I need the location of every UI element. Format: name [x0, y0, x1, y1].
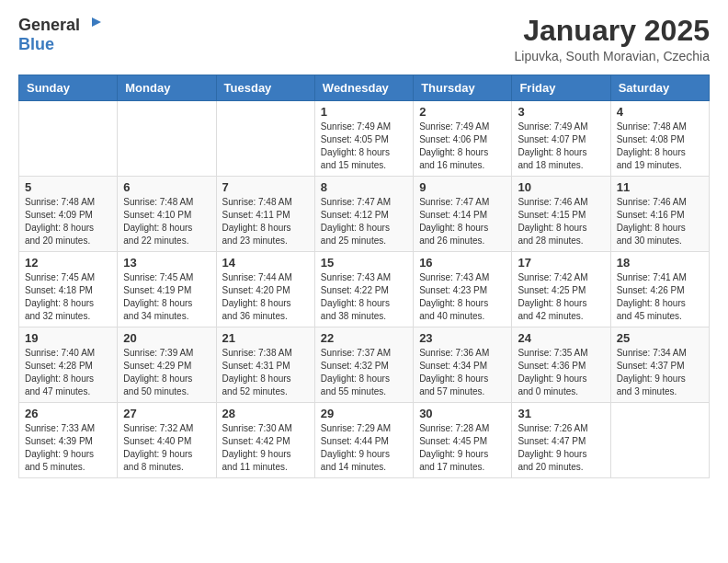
- table-row: 16Sunrise: 7:43 AM Sunset: 4:23 PM Dayli…: [414, 252, 512, 327]
- day-info: Sunrise: 7:48 AM Sunset: 4:08 PM Dayligh…: [617, 121, 703, 172]
- calendar-header-row: Sunday Monday Tuesday Wednesday Thursday…: [19, 75, 710, 101]
- logo-blue-text: Blue: [18, 35, 54, 53]
- table-row: 4Sunrise: 7:48 AM Sunset: 4:08 PM Daylig…: [610, 101, 709, 177]
- day-info: Sunrise: 7:45 AM Sunset: 4:19 PM Dayligh…: [123, 271, 210, 323]
- page-container: General Blue January 2025 Lipuvka, South…: [0, 0, 728, 488]
- day-number: 20: [123, 331, 210, 345]
- day-info: Sunrise: 7:41 AM Sunset: 4:26 PM Dayligh…: [617, 271, 703, 323]
- table-row: 21Sunrise: 7:38 AM Sunset: 4:31 PM Dayli…: [216, 327, 314, 403]
- page-header: General Blue January 2025 Lipuvka, South…: [18, 15, 710, 63]
- table-row: 11Sunrise: 7:46 AM Sunset: 4:16 PM Dayli…: [610, 177, 709, 252]
- calendar-table: Sunday Monday Tuesday Wednesday Thursday…: [18, 75, 710, 478]
- day-info: Sunrise: 7:35 AM Sunset: 4:36 PM Dayligh…: [518, 347, 604, 398]
- table-row: 1Sunrise: 7:49 AM Sunset: 4:05 PM Daylig…: [314, 101, 413, 177]
- calendar-week-row: 12Sunrise: 7:45 AM Sunset: 4:18 PM Dayli…: [19, 252, 710, 327]
- day-info: Sunrise: 7:47 AM Sunset: 4:12 PM Dayligh…: [321, 196, 407, 247]
- day-number: 14: [222, 256, 309, 270]
- col-wednesday: Wednesday: [314, 75, 413, 101]
- day-number: 24: [518, 331, 604, 345]
- calendar-week-row: 19Sunrise: 7:40 AM Sunset: 4:28 PM Dayli…: [19, 327, 710, 403]
- logo-icon: [81, 15, 101, 35]
- day-info: Sunrise: 7:26 AM Sunset: 4:47 PM Dayligh…: [518, 422, 604, 474]
- day-info: Sunrise: 7:48 AM Sunset: 4:09 PM Dayligh…: [25, 196, 111, 247]
- day-number: 7: [222, 180, 309, 194]
- day-number: 12: [25, 256, 111, 270]
- table-row: 20Sunrise: 7:39 AM Sunset: 4:29 PM Dayli…: [118, 327, 216, 403]
- table-row: [118, 101, 216, 177]
- col-thursday: Thursday: [414, 75, 512, 101]
- day-number: 9: [419, 180, 506, 194]
- day-info: Sunrise: 7:48 AM Sunset: 4:10 PM Dayligh…: [123, 196, 210, 247]
- day-number: 31: [518, 407, 604, 420]
- table-row: [216, 101, 314, 177]
- day-info: Sunrise: 7:43 AM Sunset: 4:22 PM Dayligh…: [321, 271, 407, 323]
- day-number: 29: [321, 407, 407, 420]
- table-row: 26Sunrise: 7:33 AM Sunset: 4:39 PM Dayli…: [19, 403, 118, 478]
- svg-marker-0: [92, 17, 101, 27]
- day-number: 18: [617, 256, 703, 270]
- day-number: 10: [518, 180, 604, 194]
- day-info: Sunrise: 7:49 AM Sunset: 4:06 PM Dayligh…: [419, 121, 506, 172]
- day-info: Sunrise: 7:38 AM Sunset: 4:31 PM Dayligh…: [222, 347, 309, 398]
- day-number: 8: [321, 180, 407, 194]
- day-number: 6: [123, 180, 210, 194]
- day-number: 15: [321, 256, 407, 270]
- day-number: 27: [123, 407, 210, 420]
- day-info: Sunrise: 7:37 AM Sunset: 4:32 PM Dayligh…: [321, 347, 407, 398]
- day-info: Sunrise: 7:48 AM Sunset: 4:11 PM Dayligh…: [222, 196, 309, 247]
- table-row: 18Sunrise: 7:41 AM Sunset: 4:26 PM Dayli…: [610, 252, 709, 327]
- table-row: 31Sunrise: 7:26 AM Sunset: 4:47 PM Dayli…: [512, 403, 610, 478]
- table-row: 24Sunrise: 7:35 AM Sunset: 4:36 PM Dayli…: [512, 327, 610, 403]
- logo: General Blue: [18, 15, 102, 54]
- month-title: January 2025: [515, 15, 710, 47]
- table-row: 6Sunrise: 7:48 AM Sunset: 4:10 PM Daylig…: [118, 177, 216, 252]
- table-row: 23Sunrise: 7:36 AM Sunset: 4:34 PM Dayli…: [414, 327, 512, 403]
- calendar-week-row: 5Sunrise: 7:48 AM Sunset: 4:09 PM Daylig…: [19, 177, 710, 252]
- day-info: Sunrise: 7:46 AM Sunset: 4:16 PM Dayligh…: [617, 196, 703, 247]
- day-number: 3: [518, 105, 604, 119]
- table-row: 30Sunrise: 7:28 AM Sunset: 4:45 PM Dayli…: [414, 403, 512, 478]
- day-number: 1: [321, 105, 407, 119]
- col-monday: Monday: [118, 75, 216, 101]
- table-row: 8Sunrise: 7:47 AM Sunset: 4:12 PM Daylig…: [314, 177, 413, 252]
- table-row: 14Sunrise: 7:44 AM Sunset: 4:20 PM Dayli…: [216, 252, 314, 327]
- day-info: Sunrise: 7:42 AM Sunset: 4:25 PM Dayligh…: [518, 271, 604, 323]
- table-row: 19Sunrise: 7:40 AM Sunset: 4:28 PM Dayli…: [19, 327, 118, 403]
- day-info: Sunrise: 7:46 AM Sunset: 4:15 PM Dayligh…: [518, 196, 604, 247]
- table-row: 13Sunrise: 7:45 AM Sunset: 4:19 PM Dayli…: [118, 252, 216, 327]
- day-info: Sunrise: 7:30 AM Sunset: 4:42 PM Dayligh…: [222, 422, 309, 474]
- day-info: Sunrise: 7:45 AM Sunset: 4:18 PM Dayligh…: [25, 271, 111, 323]
- table-row: [610, 403, 709, 478]
- day-number: 4: [617, 105, 703, 119]
- day-number: 30: [419, 407, 506, 420]
- calendar-week-row: 1Sunrise: 7:49 AM Sunset: 4:05 PM Daylig…: [19, 101, 710, 177]
- table-row: 2Sunrise: 7:49 AM Sunset: 4:06 PM Daylig…: [414, 101, 512, 177]
- day-number: 19: [25, 331, 111, 345]
- day-number: 21: [222, 331, 309, 345]
- day-info: Sunrise: 7:49 AM Sunset: 4:05 PM Dayligh…: [321, 121, 407, 172]
- col-friday: Friday: [512, 75, 610, 101]
- day-info: Sunrise: 7:43 AM Sunset: 4:23 PM Dayligh…: [419, 271, 506, 323]
- day-number: 13: [123, 256, 210, 270]
- day-number: 11: [617, 180, 703, 194]
- table-row: 12Sunrise: 7:45 AM Sunset: 4:18 PM Dayli…: [19, 252, 118, 327]
- day-number: 28: [222, 407, 309, 420]
- day-number: 16: [419, 256, 506, 270]
- table-row: 9Sunrise: 7:47 AM Sunset: 4:14 PM Daylig…: [414, 177, 512, 252]
- day-info: Sunrise: 7:39 AM Sunset: 4:29 PM Dayligh…: [123, 347, 210, 398]
- day-number: 26: [25, 407, 111, 420]
- day-number: 2: [419, 105, 506, 119]
- table-row: 17Sunrise: 7:42 AM Sunset: 4:25 PM Dayli…: [512, 252, 610, 327]
- day-info: Sunrise: 7:49 AM Sunset: 4:07 PM Dayligh…: [518, 121, 604, 172]
- table-row: 28Sunrise: 7:30 AM Sunset: 4:42 PM Dayli…: [216, 403, 314, 478]
- day-info: Sunrise: 7:33 AM Sunset: 4:39 PM Dayligh…: [25, 422, 111, 474]
- table-row: 22Sunrise: 7:37 AM Sunset: 4:32 PM Dayli…: [314, 327, 413, 403]
- table-row: 7Sunrise: 7:48 AM Sunset: 4:11 PM Daylig…: [216, 177, 314, 252]
- day-info: Sunrise: 7:40 AM Sunset: 4:28 PM Dayligh…: [25, 347, 111, 398]
- day-info: Sunrise: 7:34 AM Sunset: 4:37 PM Dayligh…: [617, 347, 703, 398]
- table-row: 29Sunrise: 7:29 AM Sunset: 4:44 PM Dayli…: [314, 403, 413, 478]
- title-block: January 2025 Lipuvka, South Moravian, Cz…: [515, 15, 710, 63]
- logo-general-text: General: [18, 16, 80, 35]
- col-tuesday: Tuesday: [216, 75, 314, 101]
- day-number: 23: [419, 331, 506, 345]
